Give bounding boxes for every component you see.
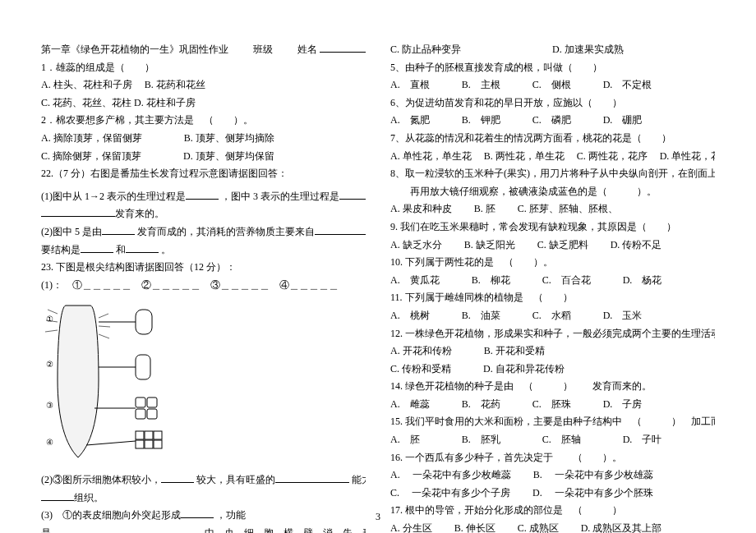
svg-line-0 <box>48 310 58 314</box>
q1-a: A. 柱头、花柱和子房 <box>41 79 132 90</box>
q16-stem: 16. 一个西瓜有多少种子，首先决定于 （ ）。 <box>390 449 715 467</box>
q6-opts: A. 氮肥 B. 钾肥 C. 磷肥 D. 硼肥 <box>390 112 715 130</box>
class-label: 班级 <box>253 44 273 55</box>
q23-p3: (3) ①的表皮细胞向外突起形成 ，功能 <box>41 507 366 525</box>
q16-cd: C. 一朵花中有多少个子房 D. 一朵花中有多少个胚珠 <box>390 485 715 503</box>
name-blank <box>320 41 366 53</box>
q2-d: D. 顶芽、侧芽均保留 <box>183 150 274 162</box>
svg-text:①: ① <box>46 315 53 324</box>
q6-stem: 6、为促进幼苗发育和花的早日开放，应施以（ ） <box>390 94 715 113</box>
svg-rect-16 <box>147 397 157 407</box>
svg-text:②: ② <box>46 360 53 369</box>
svg-text:④: ④ <box>46 438 53 447</box>
q8-opts: A. 果皮和种皮 B. 胚 C. 胚芽、胚轴、胚根、 <box>390 200 715 218</box>
svg-rect-23 <box>136 440 144 448</box>
svg-rect-11 <box>136 310 152 334</box>
q11-stem: 11. 下列属于雌雄同株的植物是 （ ） <box>390 289 715 307</box>
svg-text:③: ③ <box>46 401 53 410</box>
q23-stem: 23. 下图是根尖结构图请据图回答（12 分）： <box>41 259 366 277</box>
q5-stem: 5、由种子的胚根直接发育成的根，叫做（ ） <box>390 59 715 77</box>
q22-p1d: 发育来的。 <box>41 205 366 223</box>
q1-opts-cd: C. 花药、花丝、花柱 D. 花柱和子房 <box>41 94 366 113</box>
q10-opts: A. 黄瓜花 B. 柳花 C. 百合花 D. 杨花 <box>390 272 715 290</box>
q22-p2: (2)图中 5 是由 发育而成的，其消耗的营养物质主要来自 ，图中 1 的最主 <box>41 223 366 241</box>
worksheet-header: 第一章《绿色开花植物的一生》巩固性作业 班级 姓名 等级 <box>41 41 366 59</box>
q9-opts: A. 缺乏水分 B. 缺乏阳光 C. 缺乏肥料 D. 传粉不足 <box>390 237 715 255</box>
q22-p1: (1)图中从 1→2 表示的生理过程是 ，图中 3 表示的生理过程是 ，图 4 … <box>41 188 366 206</box>
svg-rect-17 <box>136 409 145 419</box>
svg-line-2 <box>45 330 58 332</box>
q11-opts: A. 桃树 B. 油菜 C. 水稻 D. 玉米 <box>390 307 715 325</box>
q14-opts: A. 雌蕊 B. 花药 C. 胚珠 D. 子房 <box>390 396 715 414</box>
q17-stem: 17. 根中的导管，开始分化形成的部位是 （ ） <box>390 502 715 520</box>
q1-b: B. 花药和花丝 <box>145 79 205 90</box>
q23-p2d: 组织。 <box>41 489 366 508</box>
svg-rect-15 <box>136 397 145 407</box>
svg-rect-24 <box>145 440 153 448</box>
q2-b: B. 顶芽、侧芽均摘除 <box>184 132 274 144</box>
q4-cd: C. 防止品种变异 D. 加速果实成熟 <box>390 41 715 59</box>
q7-opts: A. 单性花，单生花 B. 两性花，单生花 C. 两性花，花序 D. 单性花，花… <box>390 148 715 166</box>
q23-rowlabels: (1)： ①＿＿＿＿＿ ②＿＿＿＿＿ ③＿＿＿＿＿ ④＿＿＿＿＿ <box>41 277 366 295</box>
svg-rect-22 <box>154 431 162 439</box>
q2-opts-ab: A. 摘除顶芽，保留侧芽 B. 顶芽、侧芽均摘除 <box>41 130 366 148</box>
svg-rect-21 <box>145 431 153 439</box>
left-column: 第一章《绿色开花植物的一生》巩固性作业 班级 姓名 等级 1．雄蕊的组成是（ ）… <box>41 41 366 533</box>
q23-p2: (2)③图所示细胞体积较小， 较大，具有旺盛的 能力，属于 <box>41 471 366 489</box>
q23-p3b: 是 。 中 央 细 胞 横 壁 消 失 形 成 <box>41 525 366 533</box>
q22-stem: 22.（7 分）右图是番茄生长发育过程示意图请据图回答： <box>41 165 366 183</box>
svg-rect-13 <box>136 355 150 379</box>
page-number: 3 <box>376 508 380 526</box>
q9-stem: 9. 我们在吃玉米果穗时，常会发现有缺粒现象，其原因是（ ） <box>390 218 715 237</box>
q2-opts-cd: C. 摘除侧芽，保留顶芽 D. 顶芽、侧芽均保留 <box>41 148 366 166</box>
svg-line-5 <box>99 334 109 338</box>
q12-ab: A. 开花和传粉 B. 开花和受精 <box>390 342 715 361</box>
q12-stem: 12. 一株绿色开花植物，形成果实和种子，一般必须完成两个主要的生理活动，它们是… <box>390 325 715 343</box>
q15-stem: 15. 我们平时食用的大米和面粉，主要是由种子结构中 （ ） 加工而成的。 <box>390 413 715 431</box>
q1-d: D. 花柱和子房 <box>134 97 196 108</box>
svg-line-4 <box>99 326 110 327</box>
svg-line-19 <box>86 441 136 445</box>
root-tip-diagram: ① ② ③ ④ <box>41 297 222 462</box>
q10-stem: 10. 下列属于两性花的是 （ ）。 <box>390 254 715 272</box>
svg-rect-20 <box>136 431 144 439</box>
worksheet-title: 第一章《绿色开花植物的一生》巩固性作业 <box>41 44 228 55</box>
q2-stem: 2．棉农要想多产棉，其主要方法是 （ ）。 <box>41 112 366 130</box>
svg-rect-25 <box>154 440 162 448</box>
q16-ab: A. 一朵花中有多少枚雌蕊 B. 一朵花中有多少枚雄蕊 <box>390 466 715 485</box>
q1-c: C. 花药、花丝、花柱 <box>41 97 131 108</box>
q17-opts: A. 分生区 B. 伸长区 C. 成熟区 D. 成熟区及其上部 <box>390 520 715 533</box>
svg-rect-18 <box>147 409 157 419</box>
q12-cd: C. 传粉和受精 D. 自花和异花传粉 <box>390 361 715 379</box>
q7-stem: 7、从花蕊的情况和花着生的情况两方面看，桃花的花是（ ） <box>390 130 715 148</box>
q22-p2b2: 要结构是 和 。 <box>41 241 366 260</box>
svg-line-3 <box>99 314 108 318</box>
q5-opts: A. 直根 B. 主根 C. 侧根 D. 不定根 <box>390 76 715 94</box>
right-column: C. 防止品种变异 D. 加速果实成熟 5、由种子的胚根直接发育成的根，叫做（ … <box>390 41 715 533</box>
name-label: 姓名 <box>297 44 317 55</box>
q14-stem: 14. 绿色开花植物的种子是由 （ ） 发育而来的。 <box>390 378 715 396</box>
q1-stem: 1．雄蕊的组成是（ ） <box>41 59 366 77</box>
q1-opts-ab: A. 柱头、花柱和子房 B. 花药和花丝 <box>41 76 366 94</box>
q8-stem1: 8、取一粒浸软的玉米种子(果实)，用刀片将种子从中央纵向剖开，在剖面上滴一滴稀释… <box>390 165 715 183</box>
q2-a: A. 摘除顶芽，保留侧芽 <box>41 132 142 144</box>
q8-stem2: 再用放大镜仔细观察，被碘液染成蓝色的是（ ）。 <box>390 183 715 201</box>
q2-c: C. 摘除侧芽，保留顶芽 <box>41 150 141 162</box>
q15-opts: A. 胚 B. 胚乳 C. 胚轴 D. 子叶 <box>390 431 715 449</box>
